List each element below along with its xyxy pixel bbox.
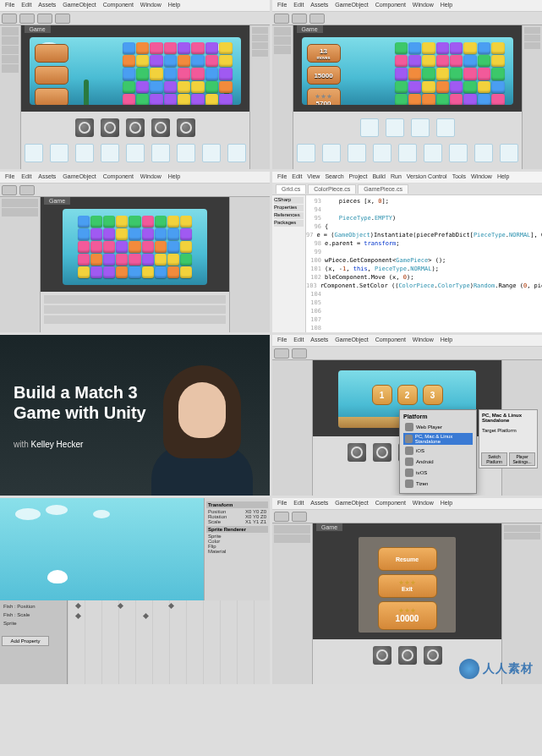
- game-tab[interactable]: Game: [25, 25, 51, 33]
- game-piece[interactable]: [123, 68, 135, 79]
- script-icon[interactable]: [101, 144, 119, 162]
- prefab-icon[interactable]: [373, 646, 391, 665]
- menu-window[interactable]: Window: [471, 173, 492, 181]
- game-piece[interactable]: [205, 94, 218, 105]
- menu-file[interactable]: File: [277, 173, 287, 181]
- script-icon[interactable]: [449, 144, 468, 162]
- animation-track[interactable]: Sprite: [2, 619, 65, 627]
- game-piece[interactable]: [408, 55, 421, 67]
- game-piece[interactable]: [155, 254, 167, 266]
- prefab-icon[interactable]: [177, 118, 195, 137]
- game-piece[interactable]: [450, 68, 463, 79]
- menu-file[interactable]: File: [5, 173, 14, 181]
- game-piece[interactable]: [463, 55, 476, 67]
- game-piece[interactable]: [164, 94, 177, 105]
- game-piece[interactable]: [129, 228, 140, 240]
- code-line[interactable]: 99: [306, 248, 542, 256]
- game-piece[interactable]: [450, 81, 463, 93]
- inspector-property[interactable]: Material: [206, 549, 268, 554]
- game-piece[interactable]: [78, 228, 90, 240]
- game-piece[interactable]: [422, 81, 435, 93]
- script-icon[interactable]: [297, 144, 315, 162]
- game-piece[interactable]: [103, 241, 115, 253]
- exit-button[interactable]: Exit: [378, 574, 437, 598]
- menu-search[interactable]: Search: [325, 173, 343, 181]
- game-piece[interactable]: [450, 55, 463, 67]
- game-piece[interactable]: [150, 68, 162, 79]
- menu-edit[interactable]: Edit: [293, 2, 304, 9]
- menu-window[interactable]: Window: [140, 173, 162, 181]
- sprite-renderer-header[interactable]: Sprite Renderer: [206, 526, 268, 533]
- game-piece[interactable]: [205, 68, 218, 79]
- menu-gameobject[interactable]: GameObject: [335, 337, 368, 344]
- game-piece[interactable]: [219, 42, 232, 54]
- menu-file[interactable]: File: [277, 2, 287, 9]
- switch-platform-button[interactable]: Switch Platform: [481, 452, 507, 466]
- game-piece[interactable]: [155, 266, 167, 278]
- game-piece[interactable]: [395, 55, 408, 67]
- game-piece[interactable]: [395, 42, 408, 54]
- tool-btn[interactable]: [274, 348, 289, 359]
- game-piece[interactable]: [422, 68, 435, 79]
- game-piece[interactable]: [463, 42, 476, 54]
- code-line[interactable]: 97e = (GameObject)Instantiate(piecePrefa…: [306, 231, 542, 239]
- game-piece[interactable]: [136, 42, 149, 54]
- tool-btn[interactable]: [292, 512, 307, 522]
- menu-edit[interactable]: Edit: [293, 500, 304, 507]
- tool-btn[interactable]: [309, 14, 325, 24]
- game-piece[interactable]: [395, 81, 408, 93]
- hud-button[interactable]: [35, 66, 68, 85]
- game-piece[interactable]: [205, 55, 218, 67]
- menu-component[interactable]: Component: [375, 500, 406, 507]
- hud-button[interactable]: [35, 88, 68, 105]
- game-piece[interactable]: [164, 55, 177, 67]
- game-piece[interactable]: [178, 55, 190, 67]
- script-icon[interactable]: [202, 144, 221, 162]
- game-piece[interactable]: [103, 228, 115, 240]
- game-piece[interactable]: [123, 55, 135, 67]
- game-piece[interactable]: [436, 68, 449, 79]
- game-piece[interactable]: [167, 228, 179, 240]
- code-line[interactable]: 108: [306, 324, 542, 332]
- tool-btn[interactable]: [274, 14, 289, 24]
- game-piece[interactable]: [90, 216, 102, 227]
- menu-help[interactable]: Help: [497, 173, 509, 181]
- script-icon[interactable]: [398, 144, 417, 162]
- platform-item[interactable]: iOS: [403, 446, 473, 456]
- menu-gameobject[interactable]: GameObject: [335, 500, 368, 507]
- menu-build[interactable]: Build: [372, 173, 386, 181]
- game-piece[interactable]: [436, 42, 449, 54]
- menu-file[interactable]: File: [5, 2, 14, 9]
- game-piece[interactable]: [478, 42, 490, 54]
- game-piece[interactable]: [116, 228, 128, 240]
- match-grid[interactable]: [395, 42, 505, 105]
- game-piece[interactable]: [491, 55, 504, 67]
- game-piece[interactable]: [116, 254, 128, 266]
- game-piece[interactable]: [90, 228, 102, 240]
- game-piece[interactable]: [450, 42, 463, 54]
- menu-versioncontrol[interactable]: Version Control: [407, 173, 447, 181]
- game-piece[interactable]: [164, 68, 177, 79]
- code-line[interactable]: 98e.parent = transform;: [306, 239, 542, 248]
- game-piece[interactable]: [491, 42, 504, 54]
- code-line[interactable]: 95 PieceType.EMPTY): [306, 214, 542, 222]
- code-line[interactable]: 96{: [306, 222, 542, 231]
- prefab-icon[interactable]: [424, 646, 442, 665]
- script-icon[interactable]: [500, 144, 518, 162]
- menu-gameobject[interactable]: GameObject: [335, 2, 368, 9]
- game-piece[interactable]: [491, 94, 504, 105]
- game-piece[interactable]: [142, 266, 154, 278]
- game-piece[interactable]: [178, 68, 190, 79]
- game-piece[interactable]: [180, 241, 192, 253]
- game-tab[interactable]: Game: [297, 25, 323, 33]
- game-piece[interactable]: [90, 266, 102, 278]
- menu-component[interactable]: Component: [375, 337, 406, 344]
- game-piece[interactable]: [180, 254, 192, 266]
- menu-window[interactable]: Window: [140, 2, 162, 9]
- script-icon[interactable]: [126, 144, 145, 162]
- platform-item[interactable]: tvOS: [403, 468, 473, 478]
- game-piece[interactable]: [150, 81, 162, 93]
- tool-btn[interactable]: [292, 14, 307, 24]
- game-piece[interactable]: [408, 42, 421, 54]
- menu-assets[interactable]: Assets: [310, 500, 328, 507]
